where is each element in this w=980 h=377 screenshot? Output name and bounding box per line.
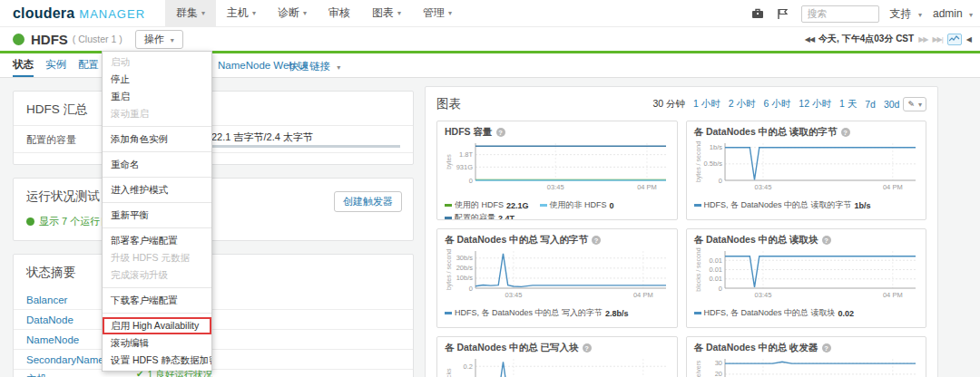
- host-health-status-fragment[interactable]: ✔ 1 良好运行状况: [136, 369, 212, 377]
- info-icon[interactable]: ?: [841, 128, 850, 137]
- user-menu[interactable]: admin ▾: [933, 7, 973, 20]
- chart-plot: bytes1.8T931G003:4504 PM: [445, 139, 671, 195]
- chart-3[interactable]: 各 DataNodes 中的总 读取块?blocks / second0.010…: [686, 228, 927, 328]
- status-link-namenode[interactable]: NameNode: [26, 334, 79, 345]
- menu-item-start: 启动: [103, 53, 211, 71]
- nav-item-diagnostics[interactable]: 诊断▾: [267, 0, 318, 26]
- chart-plot: blocks / second0.010.010.01003:4504 PM: [694, 246, 921, 303]
- status-link-hosts[interactable]: 主机: [26, 372, 47, 377]
- range-30d[interactable]: 30d: [884, 99, 900, 110]
- time-back-icon[interactable]: ◀◀: [805, 35, 814, 44]
- svg-text:blocks / second: blocks / second: [695, 247, 701, 291]
- menu-item-download-client-configuration[interactable]: 下载客户端配置: [103, 292, 211, 309]
- search-input[interactable]: [801, 5, 879, 23]
- check-icon: ✔: [136, 369, 143, 377]
- svg-text:931G: 931G: [456, 163, 474, 171]
- time-jump-latest-icon[interactable]: ▶▶|: [932, 35, 942, 44]
- menu-item-restart[interactable]: 重启: [103, 88, 211, 105]
- menu-item-add-role-instances[interactable]: 添加角色实例: [103, 130, 211, 148]
- tab-configuration[interactable]: 配置: [78, 53, 99, 77]
- chart-title: 各 DataNodes 中的总 读取块?: [694, 234, 919, 246]
- range-7d[interactable]: 7d: [865, 99, 876, 110]
- menu-divider: [103, 202, 211, 203]
- legend-item: 使用的 HDFS22.1G: [445, 199, 529, 211]
- chart-1[interactable]: 各 DataNodes 中的总 读取的字节?bytes / second1b/s…: [686, 121, 927, 220]
- legend-item: 配置的容量2.4T: [445, 212, 514, 220]
- status-link-datanode[interactable]: DataNode: [26, 314, 74, 325]
- legend-item: HDFS, 各 DataNodes 中的总 读取的字节1b/s: [694, 199, 871, 211]
- service-health-dot: [13, 34, 24, 45]
- nav-item-charts[interactable]: 图表▾: [361, 0, 412, 26]
- menu-divider: [103, 227, 211, 228]
- range-1小时[interactable]: 1 小时: [693, 98, 720, 111]
- tab-instances[interactable]: 实例: [45, 53, 66, 77]
- quick-links-menu[interactable]: 快速链接 ▾: [289, 60, 340, 73]
- menu-divider: [103, 287, 211, 288]
- info-icon[interactable]: ?: [822, 343, 831, 353]
- chart-5[interactable]: 各 DataNodes 中的总 收发器?transceivers30201000…: [686, 336, 927, 377]
- chart-legend: HDFS, 各 DataNodes 中的总 读取块0.02: [694, 307, 919, 319]
- nav-item-audits[interactable]: 审核: [318, 0, 361, 26]
- svg-text:1b/s: 1b/s: [709, 143, 721, 151]
- chevron-down-icon: ▾: [201, 9, 205, 17]
- info-icon[interactable]: ?: [496, 128, 505, 137]
- menu-item-rename[interactable]: 重命名: [103, 156, 211, 173]
- nav-item-clusters[interactable]: 群集▾: [165, 0, 216, 26]
- create-trigger-button[interactable]: 创建触发器: [334, 191, 402, 212]
- chart-4[interactable]: 各 DataNodes 中的总 已写入块?blocks0.20.1003:450…: [436, 336, 678, 377]
- menu-item-deploy-client-configuration[interactable]: 部署客户端配置: [103, 232, 211, 249]
- svg-text:0: 0: [718, 285, 721, 293]
- menu-item-rebalance[interactable]: 重新平衡: [103, 207, 211, 224]
- range-6小时[interactable]: 6 小时: [764, 98, 791, 111]
- time-range-links: 30 分钟1 小时2 小时6 小时12 小时1 天7d30d: [652, 98, 899, 111]
- chart-0[interactable]: HDFS 容量?bytes1.8T931G003:4504 PM使用的 HDFS…: [436, 121, 678, 220]
- status-row-datanode: DataNode: [14, 310, 413, 330]
- chart-legend: HDFS, 各 DataNodes 中的总 写入的字节2.8b/s: [445, 307, 670, 319]
- parcel-icon[interactable]: [750, 6, 765, 21]
- svg-text:04 PM: 04 PM: [637, 183, 657, 191]
- range-1天[interactable]: 1 天: [839, 98, 857, 111]
- time-label[interactable]: 今天, 下午4点03分 CST: [818, 33, 914, 45]
- status-link-balancer[interactable]: Balancer: [26, 295, 67, 305]
- menu-item-enter-maintenance-mode[interactable]: 进入维护模式: [103, 181, 211, 198]
- health-tests-card: 运行状况测试 创建触发器 显示 7 个运行良好状况: [13, 178, 414, 241]
- nav-item-administration[interactable]: 管理▾: [412, 0, 463, 26]
- chart-2[interactable]: 各 DataNodes 中的总 写入的字节?bytes / second30b/…: [436, 228, 678, 328]
- chart-title: 各 DataNodes 中的总 读取的字节?: [694, 126, 919, 139]
- nav-item-hosts[interactable]: 主机▾: [216, 0, 267, 26]
- menu-item-enable-high-availability[interactable]: 启用 High Availability: [103, 317, 211, 334]
- collapse-time-panel-icon[interactable]: ◀: [966, 35, 971, 44]
- chart-legend: HDFS, 各 DataNodes 中的总 读取的字节1b/s: [694, 199, 919, 211]
- support-menu[interactable]: 支持 ▾: [890, 6, 922, 22]
- charts-header: 图表 30 分钟1 小时2 小时6 小时12 小时1 天7d30d ✎▾: [436, 96, 926, 112]
- cluster-label[interactable]: ( Cluster 1 ): [73, 34, 122, 44]
- menu-item-set-hdfs-data-encryption[interactable]: 设置 HDFS 静态数据加密: [103, 352, 211, 369]
- chevron-down-icon: ▾: [303, 9, 307, 17]
- menu-item-rolling-edit[interactable]: 滚动编辑: [103, 334, 211, 352]
- menu-divider: [103, 151, 211, 152]
- range-12小时[interactable]: 12 小时: [799, 98, 831, 111]
- tab-status[interactable]: 状态: [13, 53, 34, 77]
- info-icon[interactable]: ?: [822, 236, 831, 245]
- menu-divider: [103, 177, 211, 178]
- time-range-chart-icon[interactable]: [947, 34, 962, 45]
- svg-text:bytes / second: bytes / second: [695, 141, 702, 182]
- svg-text:04 PM: 04 PM: [633, 291, 653, 299]
- info-icon[interactable]: ?: [583, 343, 592, 353]
- range-30分钟[interactable]: 30 分钟: [652, 98, 685, 111]
- edit-charts-button[interactable]: ✎▾: [903, 97, 926, 111]
- hdfs-summary-card: HDFS 汇总 配置的容量 22.1 吉字节/2.4 太字节: [13, 91, 414, 165]
- svg-text:bytes: bytes: [446, 154, 453, 169]
- running-commands-icon[interactable]: [776, 6, 790, 21]
- menu-item-stop[interactable]: 停止: [103, 71, 211, 88]
- svg-text:transceivers: transceivers: [695, 360, 701, 377]
- range-2小时[interactable]: 2 小时: [729, 98, 756, 111]
- logo-manager: MANAGER: [79, 7, 145, 21]
- time-forward-icon[interactable]: ▶▶: [918, 35, 927, 44]
- info-icon[interactable]: ?: [592, 236, 601, 245]
- configured-capacity-value: 22.1 吉字节/2.4 太字节: [211, 130, 313, 144]
- svg-text:0: 0: [469, 177, 473, 185]
- chevron-down-icon: ▾: [337, 63, 340, 72]
- actions-dropdown-button[interactable]: 操作 ▾: [135, 30, 183, 49]
- cloudera-logo[interactable]: cloudera MANAGER: [13, 5, 145, 22]
